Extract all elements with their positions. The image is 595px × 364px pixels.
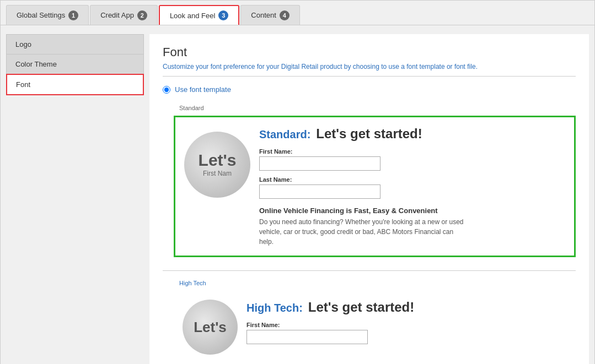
hightech-template-label: High Tech <box>179 280 576 286</box>
hightech-card-title: Let's get started! <box>308 300 414 315</box>
hightech-template-section: High Tech Let's High Tech: Let's get sta… <box>163 280 576 363</box>
tab-look-and-feel-badge: 3 <box>218 10 228 20</box>
standard-template-card: Let's First Nam Standard: Let's get star… <box>174 116 576 257</box>
radio-font-template[interactable]: Use font template <box>163 85 576 94</box>
tab-global-settings-badge: 1 <box>68 10 78 20</box>
main-content: Logo Color Theme Font Font Customize you… <box>1 25 594 364</box>
hightech-card-header: High Tech: Let's get started! <box>246 300 567 315</box>
app-container: Global Settings 1 Credit App 2 Look and … <box>0 0 595 364</box>
tab-global-settings[interactable]: Global Settings 1 <box>6 5 89 25</box>
hightech-first-name-input[interactable] <box>246 330 368 344</box>
sidebar-item-font-label: Font <box>16 80 30 89</box>
tab-credit-app-label: Credit App <box>100 11 134 19</box>
standard-last-name-input[interactable] <box>259 184 380 199</box>
sidebar-item-font[interactable]: Font <box>6 74 144 95</box>
sidebar-item-logo-label: Logo <box>15 40 31 48</box>
panel-title: Font <box>163 45 576 59</box>
tab-content-label: Content <box>251 11 276 19</box>
tab-global-settings-label: Global Settings <box>17 11 65 19</box>
standard-first-name-label: First Name: <box>259 148 565 155</box>
right-panel: Font Customize your font preference for … <box>149 34 589 364</box>
standard-card-header: Standard: Let's get started! <box>259 126 565 142</box>
hightech-brand-label: High Tech: <box>246 302 303 314</box>
divider-middle <box>163 270 576 271</box>
hightech-template-card: Let's High Tech: Let's get started! Firs… <box>174 291 576 363</box>
standard-last-name-label: Last Name: <box>259 176 565 183</box>
tab-look-and-feel[interactable]: Look and Feel 3 <box>159 5 239 25</box>
hightech-first-name-label: First Name: <box>246 322 567 328</box>
sidebar-item-color-theme[interactable]: Color Theme <box>6 54 144 74</box>
standard-card-title: Let's get started! <box>316 126 422 142</box>
tab-credit-app[interactable]: Credit App 2 <box>90 5 158 25</box>
sidebar-item-logo[interactable]: Logo <box>6 34 144 54</box>
standard-template-label: Standard <box>179 105 576 111</box>
sidebar: Logo Color Theme Font <box>6 34 144 364</box>
tab-content[interactable]: Content 4 <box>240 5 300 25</box>
tab-credit-app-badge: 2 <box>137 10 147 20</box>
standard-circle-text-main: Let's <box>199 152 237 169</box>
standard-template-section: Standard Let's First Nam Standard: Let's… <box>163 105 576 257</box>
standard-promo-title: Online Vehicle Financing is Fast, Easy &… <box>259 207 565 215</box>
sidebar-item-color-theme-label: Color Theme <box>15 60 57 68</box>
standard-circle-text-sub: First Nam <box>203 170 232 177</box>
radio-font-template-label: Use font template <box>175 85 231 94</box>
panel-subtitle: Customize your font preference for your … <box>163 63 576 70</box>
hightech-circle-preview: Let's <box>183 300 238 355</box>
standard-card-content: Standard: Let's get started! First Name:… <box>259 126 565 247</box>
tab-content-badge: 4 <box>280 10 290 20</box>
tab-look-and-feel-label: Look and Feel <box>170 12 215 20</box>
radio-font-template-input[interactable] <box>163 86 170 94</box>
standard-promo-text: Do you need auto financing? Whether you'… <box>259 217 469 247</box>
standard-first-name-input[interactable] <box>259 156 380 171</box>
standard-brand-label: Standard: <box>259 128 310 141</box>
hightech-card-content: High Tech: Let's get started! First Name… <box>246 300 567 350</box>
standard-circle-preview: Let's First Nam <box>184 132 250 198</box>
tab-bar: Global Settings 1 Credit App 2 Look and … <box>1 1 594 25</box>
divider-top <box>163 76 576 77</box>
hightech-circle-text-main: Let's <box>194 320 227 334</box>
